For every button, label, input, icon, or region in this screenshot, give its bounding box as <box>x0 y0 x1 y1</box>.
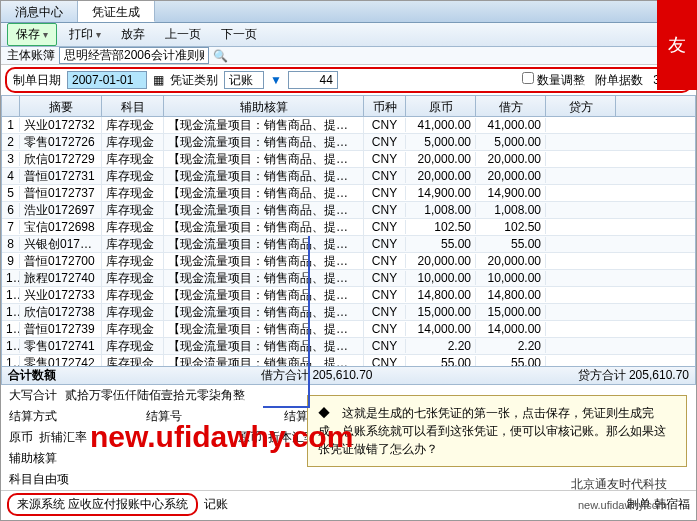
table-row[interactable]: 5普恒0172737库存现金【现金流量项目：销售商品、提供劳务收到的现金】CNY… <box>2 185 695 202</box>
col-debit[interactable]: 借方 <box>476 96 546 116</box>
tab-voucher-gen[interactable]: 凭证生成 <box>78 1 155 22</box>
table-row[interactable]: 10旅程0172740库存现金【现金流量项目：销售商品、提供劳务收到的现金】CN… <box>2 270 695 287</box>
table-row[interactable]: 1兴业0172732库存现金【现金流量项目：销售商品、提供劳务收到的现金】CNY… <box>2 117 695 134</box>
context-row: 主体账簿 🔍 <box>1 47 696 65</box>
table-row[interactable]: 12欣信0172738库存现金【现金流量项目：销售商品、提供劳务收到的现金】CN… <box>2 304 695 321</box>
col-credit[interactable]: 贷方 <box>546 96 616 116</box>
toolbar: 保存▾ 打印▾ 放弃 上一页 下一页 <box>1 23 696 47</box>
totals-row: 合计数额 借方合计 205,610.70 贷方合计 205,610.70 <box>1 367 696 385</box>
grid-header: 摘要 科目 辅助核算 币种 原币 借方 贷方 <box>1 95 696 117</box>
voucher-grid[interactable]: 1兴业0172732库存现金【现金流量项目：销售商品、提供劳务收到的现金】CNY… <box>1 117 696 367</box>
dropdown-icon[interactable]: ▼ <box>270 73 282 87</box>
table-row[interactable]: 9普恒0172700库存现金【现金流量项目：销售商品、提供劳务收到的现金】CNY… <box>2 253 695 270</box>
main-ledger-input[interactable] <box>59 47 209 64</box>
table-row[interactable]: 13普恒0172739库存现金【现金流量项目：销售商品、提供劳务收到的现金】CN… <box>2 321 695 338</box>
qty-adjust-check[interactable]: 数量调整 <box>522 72 585 89</box>
print-button[interactable]: 打印▾ <box>61 24 109 45</box>
next-page-button[interactable]: 下一页 <box>213 24 265 45</box>
calendar-icon[interactable]: ▦ <box>153 73 164 87</box>
search-icon[interactable]: 🔍 <box>213 49 228 63</box>
col-orig[interactable]: 原币 <box>406 96 476 116</box>
table-row[interactable]: 6浩业0172697库存现金【现金流量项目：销售商品、提供劳务收到的现金】CNY… <box>2 202 695 219</box>
table-row[interactable]: 8兴银创0172699库存现金【现金流量项目：销售商品、提供劳务收到的现金】CN… <box>2 236 695 253</box>
table-row[interactable]: 7宝信0172698库存现金【现金流量项目：销售商品、提供劳务收到的现金】CNY… <box>2 219 695 236</box>
debit-total: 205,610.70 <box>312 368 372 382</box>
table-row[interactable]: 14零售0172741库存现金【现金流量项目：销售商品、提供劳务收到的现金】CN… <box>2 338 695 355</box>
col-subject[interactable]: 科目 <box>102 96 164 116</box>
type-label: 凭证类别 <box>170 72 218 89</box>
voucher-num-input[interactable] <box>288 71 338 89</box>
prev-page-button[interactable]: 上一页 <box>157 24 209 45</box>
save-button[interactable]: 保存▾ <box>7 23 57 46</box>
credit-total: 205,610.70 <box>629 368 689 382</box>
source-system: 应收应付报账中心系统 <box>68 497 188 511</box>
tutorial-callout: ◆ 这就是生成的七张凭证的第一张，点击保存，凭证则生成完成。总账系统就可以看到这… <box>307 395 687 467</box>
tab-msg-center[interactable]: 消息中心 <box>1 1 78 22</box>
main-ledger-label: 主体账簿 <box>7 47 55 64</box>
maker-label: 制单 韩宿福 <box>627 496 690 513</box>
col-currency[interactable]: 币种 <box>364 96 406 116</box>
tab-bar: 消息中心 凭证生成 <box>1 1 696 23</box>
abandon-button[interactable]: 放弃 <box>113 24 153 45</box>
table-row[interactable]: 15零售0172742库存现金【现金流量项目：销售商品、提供劳务收到的现金】CN… <box>2 355 695 367</box>
col-aux[interactable]: 辅助核算 <box>164 96 364 116</box>
source-row: 来源系统 应收应付报账中心系统 记账 制单 韩宿福 <box>1 491 696 518</box>
amount-in-words: 贰拾万零伍仟陆佰壹拾元零柒角整 <box>65 387 245 404</box>
voucher-type-input[interactable] <box>224 71 264 89</box>
table-row[interactable]: 11兴业0172733库存现金【现金流量项目：销售商品、提供劳务收到的现金】CN… <box>2 287 695 304</box>
voucher-date-input[interactable] <box>67 71 147 89</box>
date-label: 制单日期 <box>13 72 61 89</box>
table-row[interactable]: 3欣信0172729库存现金【现金流量项目：销售商品、提供劳务收到的现金】CNY… <box>2 151 695 168</box>
filter-row: 制单日期 ▦ 凭证类别 ▼ 数量调整 附单据数 3分录 <box>5 67 692 93</box>
table-row[interactable]: 2零售0172726库存现金【现金流量项目：销售商品、提供劳务收到的现金】CNY… <box>2 134 695 151</box>
table-row[interactable]: 4普恒0172731库存现金【现金流量项目：销售商品、提供劳务收到的现金】CNY… <box>2 168 695 185</box>
col-summary[interactable]: 摘要 <box>20 96 102 116</box>
attach-label: 附单据数 <box>595 72 643 89</box>
brand-logo: 友 <box>657 0 697 90</box>
